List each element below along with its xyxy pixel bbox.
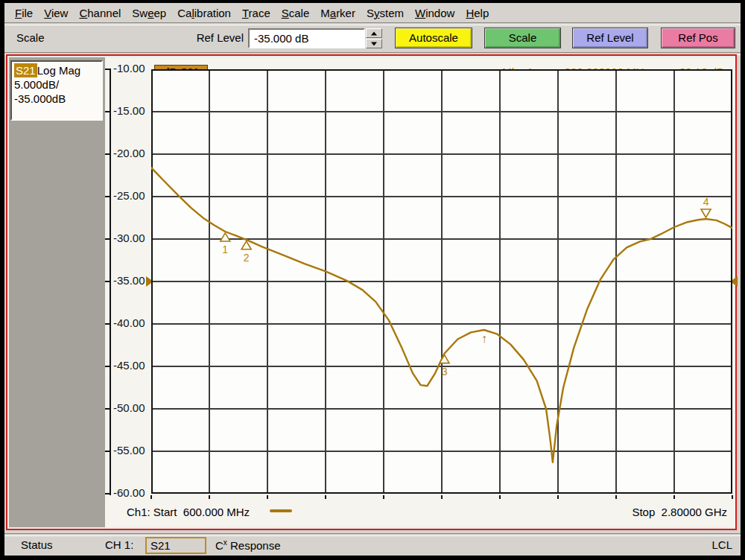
spinner-up-button[interactable] [366,28,382,38]
toolbar-mode-label: Scale [16,31,45,44]
menu-item-file[interactable]: File [15,7,33,19]
menu-item-help[interactable]: Help [466,7,489,19]
x-axis-tick [499,495,501,499]
marker-1-number: 1 [222,244,228,255]
up-arrow-icon [371,31,377,35]
menu-item-window[interactable]: Window [415,7,454,19]
y-axis-tick-label: -20.00 [113,147,145,159]
status-trace-box: S21 [145,537,206,554]
x-axis-tick [209,495,210,499]
menu-item-sweep[interactable]: Sweep [132,7,166,19]
status-channel-label: CH 1: [105,538,133,551]
y-axis-tick [105,451,110,452]
x-axis-tick [267,495,268,499]
menu-item-view[interactable]: View [44,7,68,19]
spinner-down-button[interactable] [366,39,382,48]
menu-item-calibration[interactable]: Calibration [177,7,231,19]
y-axis-tick-label: -55.00 [113,444,145,456]
y-axis-tick [105,323,110,325]
ref-level-label: Ref Level [170,31,244,44]
trace-name-chip: S21 [14,63,37,77]
trace-info-box[interactable]: S21Log Mag 5.000dB/ -35.000dB [10,60,103,121]
y-axis-tick-label: -30.00 [113,232,145,244]
y-axis-tick [105,69,110,70]
marker-2-symbol-icon [241,241,251,249]
autoscale-button[interactable]: Autoscale [395,28,472,48]
cal-prefix: C [215,539,224,552]
y-axis-tick [105,493,110,494]
y-axis-tick [105,153,110,155]
x-axis-tick [441,495,443,499]
trace-scale-label: 5.000dB/ [14,77,99,92]
y-axis-line [110,69,111,495]
y-axis-tick-label: -45.00 [113,359,145,372]
ref-level-button[interactable]: Ref Level [572,28,648,48]
sweep-stop-label: Stop 2.80000 GHz [522,506,727,518]
x-axis-tick [673,495,675,499]
ref-level-input[interactable] [248,28,365,48]
y-axis-tick-label: -25.00 [113,189,145,202]
x-axis-tick [615,495,617,499]
plot-area[interactable]: 1234↑ [151,69,732,494]
menu-item-marker[interactable]: Marker [320,7,355,19]
y-axis-tick-label: -50.00 [113,401,145,414]
y-axis-tick-label: -35.00 [113,274,145,287]
status-label: Status [21,538,53,551]
menu-item-channel[interactable]: Channel [79,7,121,19]
trace-ref-label: -35.000dB [14,92,99,106]
y-axis-tick [105,281,110,282]
y-axis-tick [105,196,110,197]
trace-format-label: Log Mag [37,64,80,77]
y-axis-tick [105,238,110,240]
menu-item-scale[interactable]: Scale [282,7,310,19]
status-lcl-indicator: LCL [670,538,732,551]
marker-3-number: 3 [442,366,448,378]
ref-level-spinner [366,28,382,48]
menu-separator [4,22,741,25]
cal-word: Response [227,539,281,552]
statusbar-separator [4,533,741,536]
menu-item-trace[interactable]: Trace [242,7,270,19]
scale-button[interactable]: Scale [484,28,561,48]
marker-4-symbol-icon [701,209,711,217]
menu-item-system[interactable]: System [367,7,404,19]
down-arrow-icon [371,42,377,45]
x-axis-tick [557,495,559,499]
marker-2-number: 2 [244,252,250,264]
x-axis-tick [383,495,384,499]
y-axis-tick-label: -60.00 [113,486,145,499]
trace-color-legend [270,509,292,512]
x-axis-tick [150,495,152,499]
trace-arrow-annotation: ↑ [481,332,487,345]
y-axis-tick [105,366,110,367]
menu-bar: FileViewChannelSweepCalibrationTraceScal… [4,3,741,22]
x-axis-tick [732,495,733,499]
sweep-start-label: Ch1: Start 600.000 MHz [127,506,250,518]
y-axis-tick-label: -10.00 [113,62,145,74]
y-axis-tick-label: -40.00 [113,316,145,329]
marker-4-number: 4 [703,196,709,208]
x-axis-tick [325,495,326,499]
marker-1-symbol-icon [221,233,230,241]
y-axis-tick [105,408,110,410]
trace-sidebar [9,57,105,527]
status-cal-indicator: Cx Response [215,538,281,552]
instrument-window: FileViewChannelSweepCalibrationTraceScal… [0,0,745,560]
y-axis-tick-label: -15.00 [113,104,145,117]
y-axis-tick [105,111,110,112]
ref-pos-button[interactable]: Ref Pos [661,28,735,48]
